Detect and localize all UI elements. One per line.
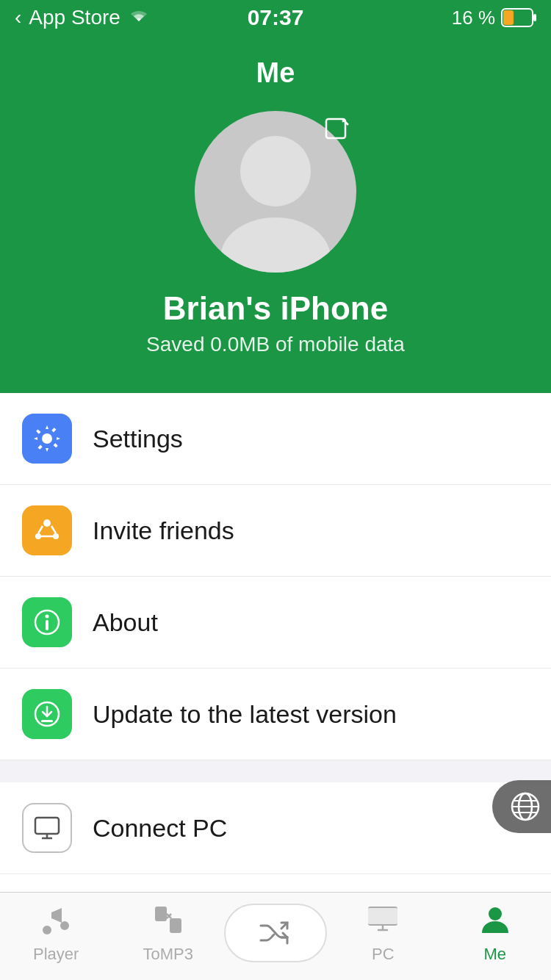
svg-rect-45	[368, 908, 397, 924]
status-time: 07:37	[248, 5, 304, 30]
status-left: ‹ App Store	[15, 6, 150, 29]
update-icon	[22, 689, 72, 739]
tab-me[interactable]: Me	[439, 902, 552, 964]
about-label: About	[93, 608, 158, 637]
status-right: 16 %	[452, 7, 536, 29]
svg-rect-1	[503, 10, 514, 25]
shuffle-tab-icon	[255, 912, 296, 954]
svg-line-9	[38, 526, 43, 533]
profile-section: Me Brian's iPhone Saved 0.0MB of mobile …	[0, 35, 551, 393]
globe-icon	[509, 790, 541, 823]
connect-pc-label: Connect PC	[93, 814, 227, 843]
status-bar: ‹ App Store 07:37 16 %	[0, 0, 551, 35]
data-saved-label: Saved 0.0MB of mobile data	[146, 333, 405, 356]
svg-point-14	[46, 615, 49, 619]
battery-percent: 16 %	[452, 7, 495, 29]
back-label[interactable]: App Store	[29, 6, 120, 29]
pc-tab-icon	[365, 902, 400, 940]
svg-point-4	[220, 217, 331, 273]
svg-point-39	[43, 926, 51, 934]
svg-point-8	[53, 533, 59, 539]
back-chevron-icon[interactable]: ‹	[15, 6, 21, 29]
tab-tomp3[interactable]: ToMP3	[112, 902, 225, 964]
tab-player[interactable]: Player	[0, 902, 112, 964]
tab-shuffle[interactable]	[224, 904, 327, 962]
svg-rect-2	[533, 14, 536, 21]
invite-friends-label: Invite friends	[93, 516, 234, 545]
svg-point-6	[43, 519, 51, 527]
tab-pc[interactable]: PC	[327, 902, 439, 964]
edit-icon[interactable]	[321, 114, 353, 146]
svg-rect-41	[155, 907, 167, 921]
svg-rect-17	[35, 818, 59, 834]
svg-point-46	[489, 907, 502, 920]
update-menu-item[interactable]: Update to the latest version	[0, 669, 551, 760]
device-name: Brian's iPhone	[163, 290, 388, 327]
player-tab-label: Player	[33, 945, 79, 964]
about-icon	[22, 597, 72, 647]
section-divider	[0, 760, 551, 782]
language-globe-button[interactable]	[492, 780, 551, 833]
me-tab-icon	[478, 902, 513, 940]
battery-icon	[501, 8, 536, 27]
settings-icon	[22, 414, 72, 464]
avatar-container	[195, 111, 356, 273]
wifi-icon	[128, 6, 150, 29]
tab-bar: Player ToMP3	[0, 892, 551, 980]
svg-point-3	[240, 136, 311, 206]
pc-tab-label: PC	[372, 945, 395, 964]
connect-pc-menu-item[interactable]: Connect PC	[0, 782, 551, 874]
update-label: Update to the latest version	[93, 700, 397, 729]
tomp3-tab-label: ToMP3	[143, 945, 193, 964]
me-tab-label: Me	[483, 945, 506, 964]
svg-line-10	[51, 526, 56, 533]
invite-friends-icon	[22, 505, 72, 555]
svg-point-7	[35, 533, 41, 539]
settings-label: Settings	[93, 425, 183, 453]
player-tab-icon	[38, 902, 73, 940]
profile-title: Me	[256, 57, 295, 89]
menu-section-1: Settings Invite friends About	[0, 393, 551, 760]
about-menu-item[interactable]: About	[0, 577, 551, 669]
svg-point-40	[60, 921, 69, 930]
svg-rect-42	[170, 918, 181, 933]
tomp3-tab-icon	[151, 902, 186, 940]
svg-rect-13	[46, 620, 48, 630]
connect-pc-icon	[22, 803, 72, 853]
svg-rect-16	[41, 720, 53, 722]
settings-menu-item[interactable]: Settings	[0, 393, 551, 485]
invite-friends-menu-item[interactable]: Invite friends	[0, 485, 551, 577]
